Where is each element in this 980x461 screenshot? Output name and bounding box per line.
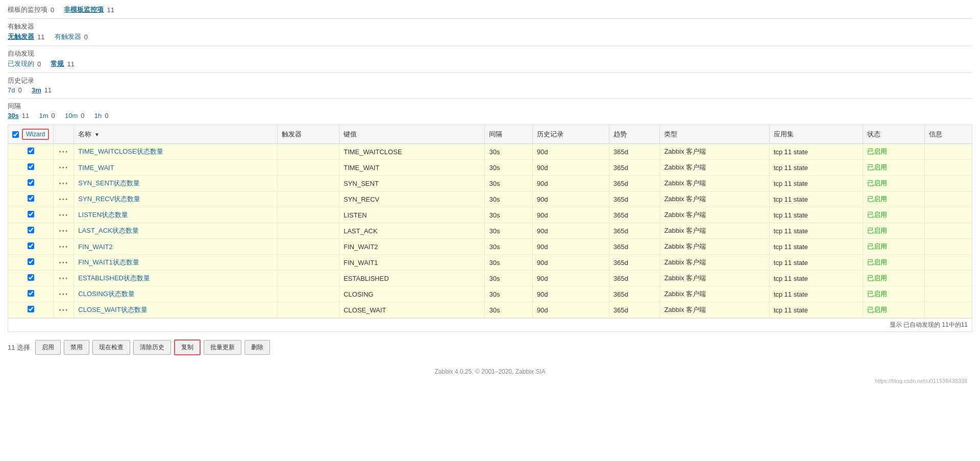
status-link[interactable]: 已启用 [867,179,887,187]
row-key: FIN_WAIT2 [339,239,485,255]
row-app: tcp 11 state [769,286,863,302]
dots-icon[interactable]: ••• [59,228,69,235]
discovered-link[interactable]: 已发现的 [8,59,34,68]
check-now-button[interactable]: 现在检查 [92,340,130,355]
sort-name-link[interactable]: 名称 ▼ [78,130,100,138]
select-all-checkbox[interactable] [12,131,19,138]
item-name-link[interactable]: TIME_WAITCLOSE状态数量 [78,148,163,155]
dots-icon[interactable]: ••• [59,291,69,298]
copy-button[interactable]: 复制 [174,339,201,355]
status-link[interactable]: 已启用 [867,242,887,250]
row-key: LISTEN [339,207,485,223]
status-link[interactable]: 已启用 [867,274,887,282]
disable-button[interactable]: 禁用 [64,340,89,355]
has-triggers-link[interactable]: 有触发器 [55,32,81,41]
row-dots[interactable]: ••• [54,207,74,223]
row-dots[interactable]: ••• [54,286,74,302]
no-triggers-link[interactable]: 无触发器 [8,32,34,41]
row-checkbox[interactable] [28,227,34,233]
dots-icon[interactable]: ••• [59,212,69,219]
row-dots[interactable]: ••• [54,176,74,191]
dots-icon[interactable]: ••• [59,307,69,314]
row-dots[interactable]: ••• [54,223,74,239]
interval-1h-link[interactable]: 1h [94,112,102,119]
row-checkbox[interactable] [28,211,34,217]
row-history: 90d [532,286,609,302]
interval-30s-link[interactable]: 30s [8,112,19,119]
history-7d-link[interactable]: 7d [8,86,15,94]
row-history: 90d [532,255,609,271]
items-table-container: Wizard 名称 ▼ 触发器 键值 [8,125,972,332]
row-app: tcp 11 state [769,160,863,176]
row-type: Zabbix 客户端 [660,144,769,160]
dots-icon[interactable]: ••• [59,180,69,187]
row-type: Zabbix 客户端 [660,160,769,176]
dots-icon[interactable]: ••• [59,164,69,172]
interval-1m-count: 0 [51,112,55,119]
row-dots[interactable]: ••• [54,191,74,207]
row-app: tcp 11 state [769,302,863,318]
header-name[interactable]: 名称 ▼ [74,125,277,144]
row-dots[interactable]: ••• [54,160,74,176]
row-history: 90d [532,239,609,255]
row-checkbox[interactable] [28,179,34,186]
row-checkbox[interactable] [28,258,34,265]
row-dots[interactable]: ••• [54,239,74,255]
row-checkbox[interactable] [28,163,34,170]
row-checkbox[interactable] [28,242,34,249]
row-name: FIN_WAIT1状态数量 [74,255,277,271]
row-dots[interactable]: ••• [54,144,74,160]
row-checkbox[interactable] [28,274,34,281]
interval-10m-link[interactable]: 10m [65,112,78,119]
dots-icon[interactable]: ••• [59,259,69,266]
item-name-link[interactable]: FIN_WAIT2 [78,243,112,251]
item-name-link[interactable]: SYN_SENT状态数量 [78,179,140,187]
status-link[interactable]: 已启用 [867,227,887,234]
status-link[interactable]: 已启用 [867,148,887,155]
row-checkbox[interactable] [28,306,34,312]
row-dots[interactable]: ••• [54,255,74,271]
normal-link[interactable]: 常规 [51,59,64,68]
row-dots[interactable]: ••• [54,302,74,318]
table-row: ••• FIN_WAIT2 FIN_WAIT2 30s 90d 365d Zab… [8,239,972,255]
history-3m-link[interactable]: 3m [32,86,41,94]
item-name-link[interactable]: FIN_WAIT1状态数量 [78,258,139,266]
dots-icon[interactable]: ••• [59,149,69,156]
row-interval: 30s [485,239,532,255]
dots-icon[interactable]: ••• [59,244,69,251]
status-link[interactable]: 已启用 [867,290,887,298]
enable-button[interactable]: 启用 [35,340,61,355]
item-name-link[interactable]: CLOSE_WAIT状态数量 [78,306,147,313]
status-link[interactable]: 已启用 [867,306,887,313]
item-name-link[interactable]: LAST_ACK状态数量 [78,227,138,234]
status-link[interactable]: 已启用 [867,258,887,266]
item-name-link[interactable]: SYN_RECV状态数量 [78,195,140,203]
delete-button[interactable]: 删除 [244,340,270,355]
item-name-link[interactable]: ESTABLISHED状态数量 [78,274,150,282]
header-interval: 间隔 [485,125,532,144]
row-name: CLOSE_WAIT状态数量 [74,302,277,318]
wizard-label[interactable]: Wizard [22,129,49,140]
clear-history-button[interactable]: 清除历史 [133,340,171,355]
row-dots[interactable]: ••• [54,271,74,286]
interval-1m-link[interactable]: 1m [39,112,48,119]
status-link[interactable]: 已启用 [867,211,887,219]
row-checkbox-col [8,176,54,191]
status-link[interactable]: 已启用 [867,195,887,203]
row-status: 已启用 [863,144,925,160]
item-name-link[interactable]: TIME_WAIT [78,164,114,172]
row-type: Zabbix 客户端 [660,302,769,318]
action-bar: 11 选择 启用 禁用 现在检查 清除历史 复制 批量更新 删除 [8,334,972,360]
dots-icon[interactable]: ••• [59,196,69,203]
mass-update-button[interactable]: 批量更新 [204,340,241,355]
item-name-link[interactable]: CLOSING状态数量 [78,290,135,298]
row-checkbox[interactable] [28,290,34,297]
row-checkbox[interactable] [28,195,34,202]
row-key: ESTABLISHED [339,271,485,286]
item-name-link[interactable]: LISTEN状态数量 [78,211,128,219]
row-checkbox[interactable] [28,148,34,154]
status-link[interactable]: 已启用 [867,163,887,171]
row-trigger [277,271,339,286]
non-template-items-link[interactable]: 非模板监控项 [64,5,104,14]
dots-icon[interactable]: ••• [59,275,69,282]
